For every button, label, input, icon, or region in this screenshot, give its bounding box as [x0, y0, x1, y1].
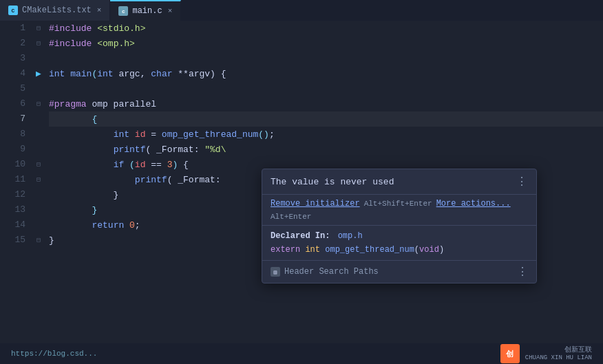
more-actions-shortcut: Alt+Enter [271, 213, 311, 221]
gutter-8 [31, 127, 46, 142]
line-num-15: 15 [0, 233, 25, 248]
tooltip-path-menu[interactable]: ⋮ [517, 265, 528, 279]
tooltip-title: The value is never used [271, 177, 394, 187]
code-line-3 [49, 51, 603, 66]
path-file-icon: ▤ [271, 267, 280, 277]
line-num-14: 14 [0, 217, 25, 233]
path-left: ▤ Header Search Paths [271, 267, 379, 277]
gutter-7 [31, 111, 46, 127]
fold-icon-10[interactable]: ⊟ [36, 160, 41, 169]
code-line-8: int id = omp_get_thread_num(); [49, 127, 603, 142]
kw-include-2: #include [49, 39, 92, 49]
kw-include-1: #include [49, 23, 92, 34]
tab-mainc-label: main.c [132, 6, 162, 16]
line-num-13: 13 [0, 202, 25, 217]
line-num-6: 6 [0, 96, 25, 111]
fold-icon-2[interactable]: ⊟ [36, 39, 41, 47]
tab-cmake[interactable]: C CMakeLists.txt × [0, 0, 110, 21]
remove-initializer-link[interactable]: Remove initializer [271, 199, 360, 208]
gutter-11: ⊟ [31, 172, 46, 187]
gutter: ⊟ ⊟ ▶ ⊟ ⊟ ⊟ ⊟ [31, 21, 46, 343]
tooltip-declared: Declared In: omp.h [262, 226, 536, 244]
fold-icon-11[interactable]: ⊟ [36, 175, 41, 184]
line-num-1: 1 [0, 21, 25, 36]
line-num-9: 9 [0, 142, 25, 157]
gutter-6: ⊟ [31, 96, 46, 111]
code-line-2: #include <omp.h> [49, 36, 603, 51]
line-num-11: 11 [0, 172, 25, 187]
gutter-15: ⊟ [31, 233, 46, 248]
line-num-12: 12 [0, 187, 25, 202]
remove-initializer-shortcut: Alt+Shift+Enter [364, 200, 432, 208]
cmake-icon: C [8, 6, 18, 15]
line-num-10: 10 [0, 157, 25, 172]
declared-in-value: omp.h [338, 231, 363, 241]
gutter-3 [31, 51, 46, 66]
line-numbers: 1 2 3 4 5 6 7 8 9 10 11 12 13 14 15 [0, 21, 31, 343]
tooltip-signature: extern int omp_get_thread_num(void) [262, 244, 536, 260]
bottom-bar: https://blog.csd... 创 创新互联 CHUANG XIN HU… [0, 343, 603, 364]
tooltip-header-menu[interactable]: ⋮ [516, 175, 528, 189]
gutter-9 [31, 142, 46, 157]
gutter-10: ⊟ [31, 157, 46, 172]
int-type: int [305, 245, 325, 255]
declared-in-label: Declared In: [271, 231, 330, 241]
gutter-13 [31, 202, 46, 217]
line-num-5: 5 [0, 81, 25, 96]
gutter-12 [31, 187, 46, 202]
line-num-4: 4 [0, 66, 25, 81]
tab-bar: C CMakeLists.txt × c main.c × [0, 0, 603, 21]
tooltip-popup: The value is never used ⋮ Remove initial… [262, 169, 537, 283]
tab-cmake-label: CMakeLists.txt [22, 6, 92, 15]
extern-keyword: extern [271, 245, 305, 255]
gutter-14 [31, 217, 46, 233]
path-label[interactable]: Header Search Paths [284, 267, 379, 277]
tooltip-actions: Remove initializer Alt+Shift+Enter More … [262, 195, 536, 226]
gutter-5 [31, 81, 46, 96]
code-line-9: printf( _Format: "%d\ [49, 142, 603, 157]
brand-text: 创新互联 CHUANG XIN HU LIAN [525, 345, 592, 363]
fold-icon-1[interactable]: ⊟ [36, 24, 41, 32]
brand-logo: 创 [500, 344, 520, 363]
tab-mainc[interactable]: c main.c × [110, 0, 181, 21]
gutter-4: ▶ [31, 66, 46, 81]
line-num-8: 8 [0, 127, 25, 142]
tab-mainc-close[interactable]: × [168, 7, 173, 15]
gutter-2: ⊟ [31, 36, 46, 51]
brand-url: https://blog.csd... [11, 350, 97, 358]
brand-name: 创新互联 [525, 345, 592, 354]
line-num-3: 3 [0, 51, 25, 66]
tooltip-path: ▤ Header Search Paths ⋮ [262, 260, 536, 283]
line-num-2: 2 [0, 36, 25, 51]
editor-area: 1 2 3 4 5 6 7 8 9 10 11 12 13 14 15 ⊟ ⊟ … [0, 21, 603, 343]
brand-subtitle: CHUANG XIN HU LIAN [525, 354, 592, 363]
gutter-1: ⊟ [31, 21, 46, 36]
fold-icon-15[interactable]: ⊟ [36, 236, 41, 244]
line-num-7: 7 [0, 111, 25, 127]
void-param: void [419, 245, 439, 255]
tooltip-header: The value is never used ⋮ [262, 169, 536, 195]
more-actions-link[interactable]: More actions... [436, 199, 511, 208]
run-icon[interactable]: ▶ [36, 68, 41, 79]
code-line-1: #include <stdio.h> [49, 21, 603, 36]
fold-icon-6[interactable]: ⊟ [36, 100, 41, 108]
c-file-icon: c [118, 6, 128, 16]
code-line-5 [49, 81, 603, 96]
code-line-7: { [49, 111, 603, 127]
code-line-6: #pragma omp parallel [49, 96, 603, 111]
func-name-sig: omp_get_thread_num [325, 245, 414, 255]
brand-box: 创 创新互联 CHUANG XIN HU LIAN [500, 344, 592, 363]
tab-cmake-close[interactable]: × [97, 6, 102, 14]
code-line-4: int main(int argc, char **argv) { [49, 66, 603, 81]
